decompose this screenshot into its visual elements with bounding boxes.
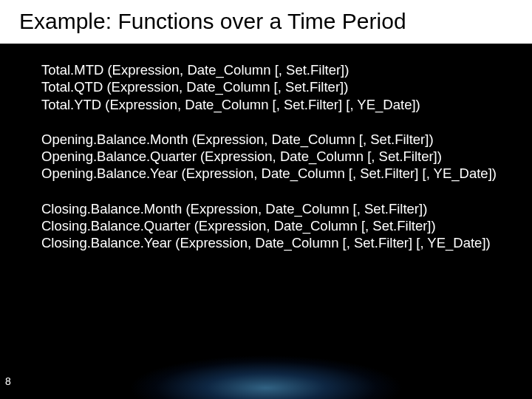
decorative-glow (96, 347, 436, 399)
code-line: Total.MTD (Expression, Date_Column [, Se… (41, 61, 510, 78)
function-group-closing: Closing.Balance.Month (Expression, Date_… (41, 200, 510, 252)
code-line: Total.YTD (Expression, Date_Column [, Se… (41, 96, 510, 113)
code-line: Total.QTD (Expression, Date_Column [, Se… (41, 78, 510, 95)
code-line: Opening.Balance.Month (Expression, Date_… (41, 131, 510, 148)
code-line: Closing.Balance.Month (Expression, Date_… (41, 200, 510, 217)
code-line: Closing.Balance.Quarter (Expression, Dat… (41, 217, 510, 234)
code-line: Closing.Balance.Year (Expression, Date_C… (41, 234, 510, 251)
slide: Example: Functions over a Time Period To… (0, 0, 532, 399)
page-number: 8 (5, 375, 11, 387)
function-group-total: Total.MTD (Expression, Date_Column [, Se… (41, 61, 510, 113)
slide-title: Example: Functions over a Time Period (0, 0, 532, 44)
function-group-opening: Opening.Balance.Month (Expression, Date_… (41, 131, 510, 183)
code-line: Opening.Balance.Year (Expression, Date_C… (41, 165, 510, 182)
slide-body: Total.MTD (Expression, Date_Column [, Se… (0, 44, 532, 252)
code-line: Opening.Balance.Quarter (Expression, Dat… (41, 148, 510, 165)
